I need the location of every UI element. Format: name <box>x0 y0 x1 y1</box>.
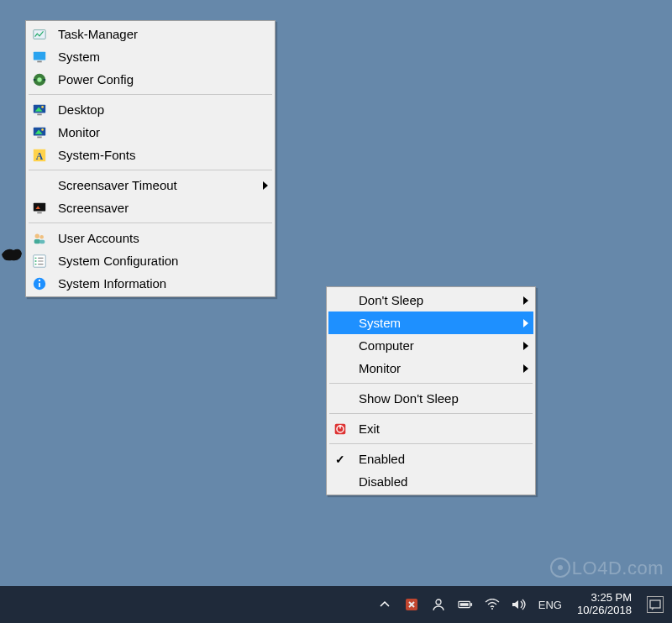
exit-red-icon <box>332 421 349 437</box>
language-indicator[interactable]: ENG <box>538 597 562 612</box>
desktop-color-icon <box>31 124 48 141</box>
action-center-icon[interactable] <box>647 596 664 613</box>
wifi-tray-icon[interactable] <box>485 597 500 612</box>
menu-item-label: Monitor <box>359 361 520 375</box>
battery-tray-icon[interactable] <box>458 597 473 612</box>
menu-item-label: Disabled <box>359 474 520 489</box>
submenu-item-screensaver-timeout[interactable]: Screensaver Timeout <box>28 174 273 196</box>
people-tray-icon[interactable] <box>431 597 446 612</box>
menu-separator <box>329 413 533 414</box>
taskbar: ENG 3:25 PM 10/26/2018 <box>0 586 672 623</box>
menu-separator <box>329 383 533 384</box>
check-icon <box>332 451 349 468</box>
traymenu-item-monitor[interactable]: Monitor <box>328 357 533 380</box>
submenu-item-system-fonts[interactable]: ASystem-Fonts <box>28 144 273 166</box>
watermark: LO4D.com <box>550 558 664 579</box>
submenu-item-system-configuration[interactable]: System Configuration <box>28 249 273 272</box>
cursor-graphic <box>0 245 24 264</box>
svg-point-22 <box>39 279 40 280</box>
menu-item-label: System Information <box>58 276 260 291</box>
traymenu-item-computer[interactable]: Computer <box>328 334 533 357</box>
svg-rect-7 <box>37 113 41 115</box>
svg-point-16 <box>39 234 44 238</box>
svg-rect-14 <box>37 212 41 213</box>
submenu-item-system-information[interactable]: System Information <box>28 272 273 295</box>
submenu-arrow-icon <box>520 364 528 373</box>
menu-item-label: System <box>58 50 260 64</box>
svg-rect-1 <box>34 51 45 60</box>
svg-point-31 <box>491 608 493 610</box>
svg-rect-32 <box>650 600 660 608</box>
svg-rect-18 <box>39 239 45 243</box>
blank-icon <box>332 360 349 377</box>
menu-separator <box>29 170 272 170</box>
submenu-item-monitor[interactable]: Monitor <box>28 121 273 144</box>
traymenu-item-show-don-t-sleep[interactable]: Show Don't Sleep <box>328 387 533 410</box>
svg-rect-21 <box>39 282 40 286</box>
monitor-blue-icon <box>31 49 48 65</box>
svg-rect-13 <box>34 202 45 211</box>
traymenu-item-enabled[interactable]: Enabled <box>328 448 533 470</box>
screensaver-icon <box>31 200 48 217</box>
menu-item-label: System-Fonts <box>58 148 260 162</box>
menu-item-label: Exit <box>359 421 520 436</box>
users-icon <box>31 230 48 247</box>
power-plug-icon <box>31 71 48 88</box>
submenu-item-user-accounts[interactable]: User Accounts <box>28 227 273 249</box>
svg-text:A: A <box>36 150 44 161</box>
submenu-arrow-icon <box>260 181 268 190</box>
blank-icon <box>332 338 349 354</box>
system-tray: ENG 3:25 PM 10/26/2018 <box>369 592 672 617</box>
menu-item-label: Screensaver <box>58 201 260 215</box>
menu-item-label: Show Don't Sleep <box>359 391 520 406</box>
font-a-icon: A <box>31 147 48 164</box>
menu-item-label: Screensaver Timeout <box>58 178 260 192</box>
menu-separator <box>329 443 533 444</box>
menu-item-label: System <box>359 316 520 330</box>
svg-point-9 <box>41 128 44 131</box>
blank-icon <box>332 390 349 407</box>
svg-point-27 <box>436 599 441 605</box>
submenu-item-power-config[interactable]: Power Config <box>28 68 273 91</box>
submenu-item-system[interactable]: System <box>28 45 273 68</box>
menu-item-label: Monitor <box>58 125 260 139</box>
svg-rect-17 <box>34 238 40 243</box>
submenu-arrow-icon <box>520 319 528 327</box>
submenu-item-task-manager[interactable]: Task-Manager <box>28 23 273 45</box>
traymenu-item-disabled[interactable]: Disabled <box>328 470 533 493</box>
desktop-background: Task-ManagerSystemPower ConfigDesktopMon… <box>0 0 672 623</box>
menu-item-label: System Configuration <box>58 254 260 268</box>
submenu-item-screensaver[interactable]: Screensaver <box>28 196 273 219</box>
volume-tray-icon[interactable] <box>512 597 527 612</box>
checklist-icon <box>31 253 48 270</box>
blank-icon <box>332 315 349 332</box>
menu-item-label: Power Config <box>58 72 260 86</box>
svg-rect-2 <box>37 60 41 62</box>
menu-separator <box>29 222 272 223</box>
menu-item-label: User Accounts <box>58 231 260 245</box>
system-submenu: Task-ManagerSystemPower ConfigDesktopMon… <box>25 20 276 297</box>
svg-rect-29 <box>470 603 472 606</box>
info-blue-icon <box>31 275 48 292</box>
clock-time: 3:25 PM <box>591 592 632 605</box>
menu-item-label: Desktop <box>58 102 260 117</box>
svg-rect-0 <box>34 29 45 39</box>
menu-item-label: Don't Sleep <box>359 293 520 307</box>
svg-rect-25 <box>339 425 340 429</box>
menu-item-label: Computer <box>359 338 520 353</box>
svg-point-4 <box>37 77 41 81</box>
traymenu-item-system[interactable]: System <box>328 312 533 334</box>
tray-context-menu: Don't SleepSystemComputerMonitorShow Don… <box>326 286 536 495</box>
dont-sleep-tray-icon[interactable] <box>404 597 419 612</box>
traymenu-item-exit[interactable]: Exit <box>328 417 533 440</box>
menu-item-label: Enabled <box>359 452 520 466</box>
traymenu-item-don-t-sleep[interactable]: Don't Sleep <box>328 289 533 312</box>
submenu-arrow-icon <box>520 296 528 305</box>
tray-overflow-chevron-icon[interactable] <box>377 597 392 612</box>
taskbar-clock[interactable]: 3:25 PM 10/26/2018 <box>574 592 635 617</box>
clock-date: 10/26/2018 <box>577 605 632 617</box>
submenu-item-desktop[interactable]: Desktop <box>28 98 273 121</box>
menu-item-label: Task-Manager <box>58 27 260 41</box>
menu-separator <box>29 94 272 95</box>
svg-point-15 <box>35 233 39 238</box>
